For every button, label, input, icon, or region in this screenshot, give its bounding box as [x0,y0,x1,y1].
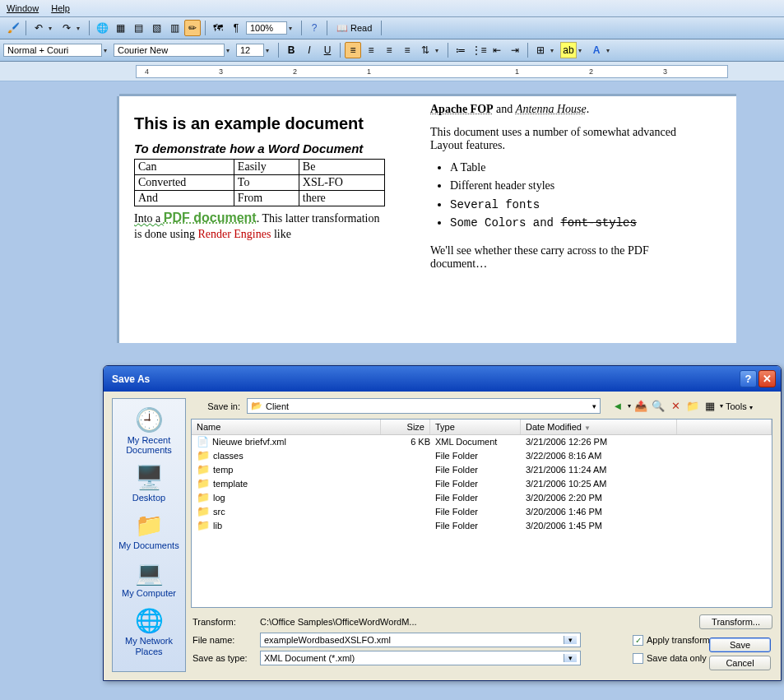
list-item: A Table [450,159,681,177]
bold-icon[interactable]: B [283,42,299,58]
text-period: . [587,103,590,115]
table-cell: Easily [234,160,299,175]
table-cell: To [234,175,299,191]
style-dropdown[interactable]: ▾ [104,47,112,54]
table-cell: Can [135,160,234,175]
text-colors: Some Colors and [450,216,560,229]
text-fontstyles: font-styles [560,216,636,229]
help-icon[interactable]: ? [306,20,322,36]
table-cell: And [135,191,234,206]
redo-dropdown[interactable]: ▾ [77,25,85,32]
ruler-mark: 2 [589,67,593,76]
doc-table: CanEasilyBe ConvertedToXSL-FO AndFromthe… [134,159,385,206]
highlight-dropdown[interactable]: ▾ [578,47,587,54]
drawing-icon[interactable]: ✏ [184,20,201,36]
font-dropdown[interactable]: ▾ [226,47,234,54]
redo-icon[interactable]: ↷ [58,20,75,36]
doc-subtitle: To demonstrate how a Word Document [134,141,385,155]
paragraph-marks-icon[interactable]: ¶ [228,20,244,36]
apache-fop-text: Apache FOP [430,103,494,115]
menubar: Window Help [0,0,784,17]
table-cell: From [234,191,299,206]
ruler[interactable]: 4 3 2 1 1 2 3 [136,65,728,78]
size-combo[interactable]: 12 [236,44,264,57]
table-cell: XSL-FO [299,175,384,191]
undo-dropdown[interactable]: ▾ [49,25,57,32]
pdf-document-text: PDF document [164,211,257,225]
text-and: and [494,103,516,115]
column-1: This is an example document To demonstra… [134,103,385,336]
menu-help[interactable]: Help [51,3,70,13]
font-color-dropdown[interactable]: ▾ [606,47,615,54]
bullets-icon[interactable]: ⋮≡ [471,42,487,58]
format-painter-icon[interactable]: 🖌️ [5,20,21,36]
decrease-indent-icon[interactable]: ⇤ [489,42,505,58]
intro-paragraph: This document uses a number of somewhat … [430,126,681,152]
style-combo[interactable]: Normal + Couri [3,44,102,57]
columns-icon[interactable]: ▥ [166,20,183,36]
font-color-icon[interactable]: A [588,42,605,58]
ruler-mark: 4 [145,67,149,76]
ruler-row: 4 3 2 1 1 2 3 [0,62,784,81]
size-dropdown[interactable]: ▾ [266,47,274,54]
justify-icon[interactable]: ≡ [399,42,415,58]
read-label: Read [350,23,372,33]
doc-paragraph: Into a PDF document. This latter transfo… [134,210,385,242]
standard-toolbar: 🖌️ ↶▾ ↷▾ 🌐 ▦ ▤ ▧ ▥ ✏ 🗺 ¶ 100%▾ ? 📖Read [0,17,784,39]
document-area: This is an example document To demonstra… [0,81,784,353]
text-intoa: Into a [134,212,164,225]
column-2: Apache FOP and Antenna House. This docum… [430,103,681,336]
underline-icon[interactable]: U [319,42,336,58]
highlight-icon[interactable]: ab [560,42,577,58]
menu-window[interactable]: Window [7,3,39,13]
text-like: like [271,228,291,240]
italic-icon[interactable]: I [301,42,318,58]
feature-list: A Table Different header styles Several … [430,159,681,233]
hyperlink-icon[interactable]: 🌐 [94,20,110,36]
table-cell: Be [299,160,384,175]
line-spacing-icon[interactable]: ⇅ [417,42,434,58]
ruler-mark: 3 [663,67,667,76]
render-engines-text: Render Engines [197,228,271,240]
table-cell: there [299,191,384,206]
list-item: Different header styles [450,177,681,195]
insert-table-icon[interactable]: ▤ [130,20,146,36]
engines-line: Apache FOP and Antenna House. [430,103,681,116]
list-item: Some Colors and font-styles [450,214,681,232]
tables-borders-icon[interactable]: ▦ [112,20,128,36]
undo-icon[interactable]: ↶ [30,20,47,36]
line-spacing-dropdown[interactable]: ▾ [435,47,443,54]
align-left-icon[interactable]: ≡ [345,42,361,58]
zoom-dropdown[interactable]: ▾ [289,25,297,32]
document-map-icon[interactable]: 🗺 [210,20,226,36]
ruler-mark: 1 [367,67,371,76]
carry-paragraph: We'll see whether these carry across to … [430,244,681,271]
table-cell: Converted [135,175,234,191]
page[interactable]: This is an example document To demonstra… [119,96,736,343]
zoom-combo[interactable]: 100% [246,21,287,35]
align-center-icon[interactable]: ≡ [363,42,379,58]
borders-dropdown[interactable]: ▾ [550,47,559,54]
antenna-house-text: Antenna House [516,103,587,115]
read-button[interactable]: 📖Read [332,22,377,35]
borders-icon[interactable]: ⊞ [532,42,549,58]
align-right-icon[interactable]: ≡ [381,42,397,58]
ruler-mark: 1 [515,67,519,76]
ruler-mark: 2 [293,67,297,76]
doc-title: This is an example document [134,114,385,133]
format-toolbar: Normal + Couri▾ Courier New▾ 12▾ B I U ≡… [0,39,784,62]
insert-worksheet-icon[interactable]: ▧ [148,20,165,36]
ruler-mark: 3 [219,67,223,76]
font-combo[interactable]: Courier New [114,44,225,57]
list-item: Several fonts [450,196,681,214]
increase-indent-icon[interactable]: ⇥ [507,42,523,58]
numbering-icon[interactable]: ≔ [452,42,469,58]
